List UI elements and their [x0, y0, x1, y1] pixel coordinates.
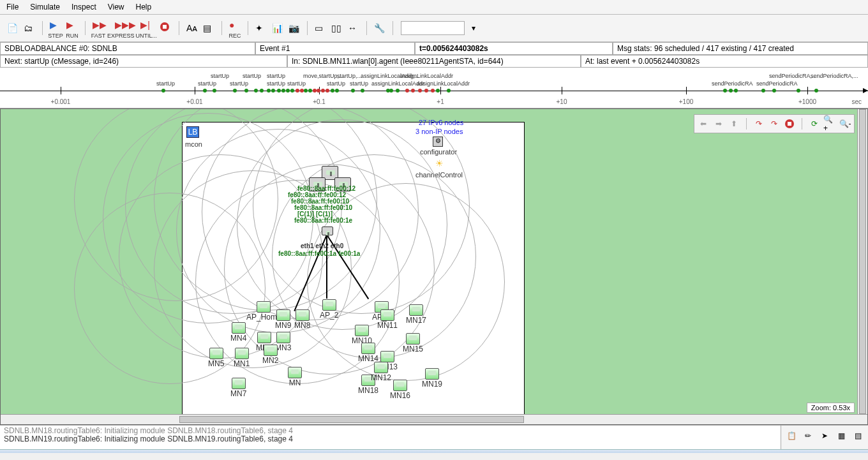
timeline-event-dot[interactable] [290, 89, 294, 93]
mobile-node[interactable]: MN12 [371, 362, 391, 382]
until-button[interactable]: ▶| [138, 17, 154, 33]
filter-button[interactable]: ▤ [201, 20, 216, 36]
canvas-scrollbar-h[interactable] [1, 414, 867, 424]
search-dropdown-button[interactable]: ▾ [466, 20, 481, 36]
bb-tree[interactable]: ▦ [834, 428, 849, 443]
timeline-event-dot[interactable] [161, 89, 165, 93]
mobile-node[interactable]: MN11 [377, 309, 398, 330]
timeline-event-dot[interactable] [351, 89, 355, 93]
mobile-node[interactable]: MN5 [208, 348, 224, 368]
mobile-node[interactable]: MN8 [294, 309, 310, 330]
timeline-event-dot[interactable] [431, 89, 435, 93]
timeline-event-dot[interactable] [335, 89, 339, 93]
access-point-node[interactable]: AP_2 [320, 299, 338, 320]
mt-zoomin[interactable]: 🔍+ [823, 117, 837, 131]
timeline-event-dot[interactable] [254, 89, 258, 93]
mobile-node[interactable]: MN4 [230, 322, 246, 343]
mt-redo1[interactable]: ↷ [752, 117, 766, 131]
timeline-event-dot[interactable] [361, 89, 364, 93]
timeline-event-dot[interactable] [277, 89, 281, 93]
menu-simulate[interactable]: Simulate [30, 3, 60, 11]
mt-zoomout[interactable]: 🔍- [838, 117, 852, 131]
timeline-event-dot[interactable] [411, 89, 415, 93]
timeline-event-dot[interactable] [286, 89, 290, 93]
bb-sched[interactable]: ➤ [817, 428, 832, 443]
record-button[interactable]: ● [227, 17, 243, 33]
options-button[interactable]: 🔧 [372, 20, 387, 36]
timeline-event-dot[interactable] [418, 89, 422, 93]
nav-up[interactable]: ⬆ [727, 117, 741, 131]
timeline-event-dot[interactable] [729, 89, 733, 93]
server-node[interactable] [334, 177, 351, 191]
mobile-node[interactable]: MN7 [230, 378, 246, 398]
bb-edit[interactable]: ✏ [800, 428, 816, 443]
timeline-event-dot[interactable] [296, 89, 299, 93]
canvas-scrollbar-v[interactable] [857, 109, 867, 414]
event-timeline[interactable]: sec +0.001+0.01+0.1+1+10+100+1000startUp… [0, 68, 868, 108]
scrollbar-thumb[interactable] [859, 109, 866, 414]
timeline-event-dot[interactable] [308, 89, 312, 93]
mobile-node[interactable]: MN [288, 367, 302, 387]
new-network-button[interactable]: 📄 [5, 20, 20, 36]
open-ini-button[interactable]: 🗂 [22, 20, 37, 36]
timeline-event-dot[interactable] [389, 89, 393, 93]
mobile-node[interactable]: MN17 [406, 304, 426, 325]
timeline-event-dot[interactable] [244, 89, 248, 93]
mobile-node[interactable]: MN1 [234, 348, 250, 368]
express-button[interactable]: ▶▶▶ [113, 17, 128, 33]
timeline-event-dot[interactable] [424, 89, 428, 93]
timeline-event-dot[interactable] [281, 89, 285, 93]
network-panel[interactable]: LB mcon 27 IPv6 nodes 3 non-IP nodes ⚙ c… [182, 122, 525, 415]
timeline-event-dot[interactable] [761, 89, 765, 93]
timeline-event-dot[interactable] [331, 89, 334, 93]
menu-view[interactable]: View [108, 3, 124, 11]
timeline-event-dot[interactable] [396, 89, 400, 93]
timeline-event-dot[interactable] [436, 89, 440, 93]
mt-stop[interactable] [782, 117, 797, 131]
toolbar-search-input[interactable] [401, 21, 465, 35]
menu-file[interactable]: File [6, 3, 19, 11]
mobile-node[interactable]: MN19 [422, 368, 442, 389]
network-canvas[interactable]: LB mcon 27 IPv6 nodes 3 non-IP nodes ⚙ c… [0, 108, 868, 425]
layout-3-button[interactable]: ↔ [346, 20, 361, 36]
timeline-event-dot[interactable] [797, 89, 800, 93]
mobile-node[interactable]: MN14 [358, 343, 378, 363]
step-button[interactable]: ▶ [48, 17, 63, 33]
timeline-event-dot[interactable] [233, 89, 237, 93]
nav-back[interactable]: ⬅ [696, 117, 710, 131]
timeline-event-dot[interactable] [304, 89, 308, 93]
snapshot-button[interactable]: 📷 [287, 20, 302, 36]
mobile-node[interactable]: MN15 [403, 333, 423, 353]
menu-help[interactable]: Help [136, 3, 152, 11]
menu-inspect[interactable]: Inspect [71, 3, 96, 11]
fast-button[interactable]: ▶▶ [91, 17, 106, 33]
bb-list[interactable]: ▤ [850, 428, 865, 443]
server-node[interactable] [309, 177, 326, 191]
router-node[interactable] [322, 226, 333, 235]
timeline-event-dot[interactable] [814, 89, 818, 93]
timeline-event-dot[interactable] [271, 89, 275, 93]
scrollbar-thumb[interactable] [179, 416, 524, 423]
timeline-event-dot[interactable] [267, 89, 271, 93]
vector-button[interactable]: ✦ [253, 20, 269, 36]
log-output[interactable]: SDNLB.MN18.routingTable6: Initializing m… [0, 426, 781, 449]
bb-copy[interactable]: 📋 [784, 428, 799, 443]
timeline-event-dot[interactable] [213, 89, 216, 93]
mt-refresh[interactable]: ⟳ [807, 117, 821, 131]
timeline-event-dot[interactable] [321, 89, 325, 93]
mobile-node[interactable]: MN16 [390, 380, 410, 400]
timeline-event-dot[interactable] [772, 89, 776, 93]
timeline-event-dot[interactable] [317, 89, 320, 93]
mobile-node[interactable]: MN2 [262, 345, 278, 365]
stop-button[interactable] [158, 20, 174, 36]
mobile-node[interactable]: MN9 [275, 309, 291, 330]
timeline-event-dot[interactable] [723, 89, 727, 93]
timeline-event-dot[interactable] [447, 89, 451, 93]
timeline-event-dot[interactable] [405, 89, 409, 93]
scalar-button[interactable]: 📊 [270, 20, 285, 36]
layout-1-button[interactable]: ▭ [313, 20, 328, 36]
layout-2-button[interactable]: ▯▯ [329, 20, 345, 36]
mt-redo2[interactable]: ↷ [767, 117, 781, 131]
nav-fwd[interactable]: ➡ [712, 117, 726, 131]
timeline-event-dot[interactable] [260, 89, 264, 93]
